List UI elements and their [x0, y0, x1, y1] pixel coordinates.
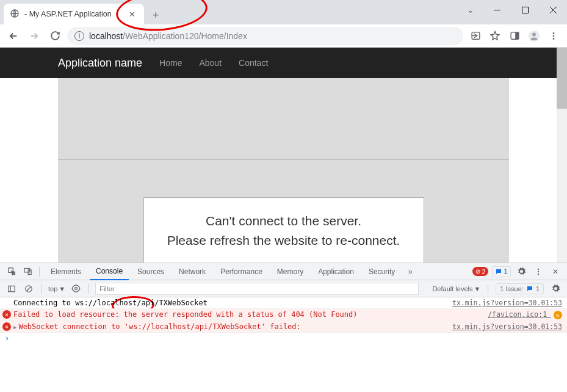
tab-performance[interactable]: Performance [214, 264, 269, 280]
devtools-tabs: Elements Console Sources Network Perform… [0, 263, 567, 280]
page-scrollbar[interactable] [557, 48, 567, 263]
site-navbar: Application name Home About Contact [0, 48, 567, 78]
console-settings-icon[interactable] [549, 282, 562, 296]
tab-sources[interactable]: Sources [131, 264, 170, 280]
modal-line-2: Please refresh the website to re-connect… [156, 231, 411, 250]
error-badge[interactable]: 2 [472, 267, 488, 276]
content-area: Can't connect to the server. Please refr… [58, 160, 509, 263]
page-content: Application name Home About Contact Can'… [0, 48, 567, 263]
levels-select[interactable]: Default levels ▼ [432, 285, 480, 292]
reload-button[interactable] [46, 27, 63, 45]
hero-area [58, 78, 509, 160]
devtools-menu-icon[interactable] [532, 265, 545, 278]
svg-point-10 [553, 32, 555, 34]
svg-point-11 [553, 35, 555, 37]
console-line-error: ✕ Failed to load resource: the server re… [0, 309, 567, 321]
connection-modal: Can't connect to the server. Please refr… [143, 197, 424, 263]
browser-toolbar: i localhost/WebApplication120/Home/Index [0, 24, 567, 48]
nav-home[interactable]: Home [159, 58, 182, 68]
console-source-link[interactable]: tx.min.js?version=30.01:53 [452, 299, 562, 307]
devtools-close-icon[interactable]: ✕ [549, 265, 562, 278]
console-output: Connecting to ws://localhost/api/TXWebSo… [0, 297, 567, 392]
browser-tab-bar: - My ASP.NET Application ✕ + ⌄ [0, 0, 567, 24]
console-message: Connecting to ws://localhost/api/TXWebSo… [13, 299, 452, 307]
tab-memory[interactable]: Memory [271, 264, 309, 280]
console-message: Failed to load resource: the server resp… [13, 310, 488, 319]
menu-icon[interactable] [545, 27, 562, 45]
device-icon[interactable] [21, 265, 34, 278]
console-toolbar: top ▼ Default levels ▼ 1 Issue: 1 [0, 280, 567, 297]
back-button[interactable] [5, 27, 22, 45]
svg-point-17 [538, 270, 539, 272]
side-panel-icon[interactable] [506, 27, 523, 45]
minimize-button[interactable] [483, 0, 511, 20]
svg-point-12 [553, 38, 555, 40]
message-badge[interactable]: 1 [492, 266, 511, 277]
svg-point-23 [74, 288, 77, 290]
svg-rect-7 [515, 32, 519, 39]
tab-elements[interactable]: Elements [45, 264, 87, 280]
devtools-panel: Elements Console Sources Network Perform… [0, 263, 567, 392]
profile-icon[interactable] [525, 27, 543, 45]
info-icon[interactable]: i [74, 31, 84, 41]
tab-console[interactable]: Console [90, 263, 129, 280]
tab-security[interactable]: Security [363, 264, 401, 280]
forward-button[interactable] [26, 27, 43, 45]
svg-line-22 [27, 286, 31, 291]
inspect-icon[interactable] [5, 265, 18, 278]
close-window-button[interactable] [539, 0, 567, 20]
globe-icon [10, 9, 20, 20]
warn-icon: ↻ [554, 311, 562, 319]
tab-title: - My ASP.NET Application [24, 10, 112, 18]
modal-line-1: Can't connect to the server. [156, 211, 411, 231]
address-bar[interactable]: i localhost/WebApplication120/Home/Index [67, 27, 463, 45]
error-icon: ✕ [2, 322, 11, 331]
more-tabs-icon[interactable]: » [403, 265, 417, 278]
live-expression-icon[interactable] [69, 282, 82, 296]
url-text: localhost/WebApplication120/Home/Index [89, 31, 247, 41]
browser-tab[interactable]: - My ASP.NET Application ✕ [4, 4, 144, 24]
tab-application[interactable]: Application [312, 264, 360, 280]
new-tab-button[interactable]: + [153, 9, 159, 24]
console-message: ▶WebSocket connection to 'ws://localhost… [13, 322, 452, 331]
window-controls: ⌄ [458, 0, 567, 20]
bookmark-icon[interactable] [486, 27, 504, 45]
svg-rect-19 [9, 286, 15, 291]
context-select[interactable]: top ▼ [48, 285, 65, 292]
console-prompt[interactable]: › [0, 333, 567, 344]
settings-icon[interactable] [515, 265, 528, 278]
tab-network[interactable]: Network [173, 264, 212, 280]
svg-point-9 [532, 32, 536, 36]
error-icon: ✕ [2, 310, 11, 319]
svg-point-16 [538, 268, 539, 269]
svg-rect-2 [522, 7, 528, 13]
clear-console-icon[interactable] [22, 282, 35, 296]
brand[interactable]: Application name [58, 57, 142, 70]
console-sidebar-icon[interactable] [5, 282, 18, 296]
maximize-button[interactable] [511, 0, 539, 20]
expand-arrow-icon[interactable]: ▶ [13, 324, 16, 330]
console-source-link[interactable]: /favicon.ico:1 ↻ [488, 310, 562, 319]
filter-input[interactable] [95, 283, 419, 295]
console-line-error: ✕ ▶WebSocket connection to 'ws://localho… [0, 321, 567, 333]
console-line: Connecting to ws://localhost/api/TXWebSo… [0, 297, 567, 309]
nav-contact[interactable]: Contact [239, 58, 268, 68]
chevron-down-icon[interactable]: ⌄ [458, 0, 483, 20]
issues-badge[interactable]: 1 Issue: 1 [496, 283, 544, 294]
console-source-link[interactable]: tx.min.js?version=30.01:53 [452, 322, 562, 331]
svg-point-18 [538, 273, 539, 274]
nav-about[interactable]: About [199, 58, 222, 68]
share-icon[interactable] [467, 27, 484, 45]
close-tab-icon[interactable]: ✕ [126, 9, 138, 20]
